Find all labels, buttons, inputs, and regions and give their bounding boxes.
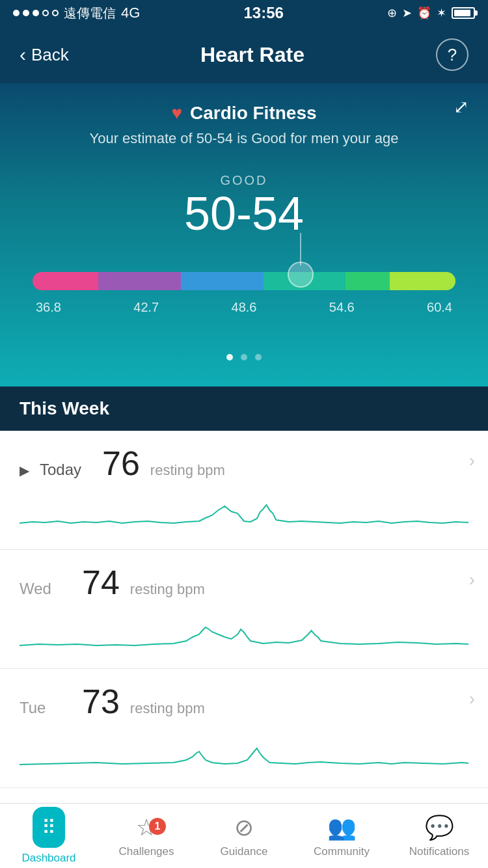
- tab-challenges-label: Challenges: [118, 845, 174, 858]
- page-indicators: [26, 354, 462, 360]
- chevron-right-tue: ›: [469, 688, 475, 709]
- tab-dashboard[interactable]: ⠿ Dashboard: [0, 807, 98, 865]
- gauge-container: 36.8 42.7 48.6 54.6 60.4: [26, 272, 462, 315]
- back-chevron-icon: ‹: [20, 44, 26, 66]
- tab-guidance[interactable]: ⊘ Guidance: [195, 814, 293, 858]
- tab-notifications-label: Notifications: [409, 845, 470, 858]
- carrier-label: 遠傳電信: [64, 5, 116, 22]
- gauge-seg-3: [181, 272, 264, 290]
- dot4: [42, 10, 49, 16]
- day-label-wed: Wed: [20, 580, 72, 598]
- day-header-today: ▶ Today 76 resting bpm: [20, 446, 468, 480]
- community-icon: 👥: [327, 814, 357, 841]
- status-bar: 遠傳電信 4G 13:56 ⊕ ➤ ⏰ ✶: [0, 0, 488, 26]
- chevron-right-today: ›: [469, 450, 475, 471]
- gauge-labels: 36.8 42.7 48.6 54.6 60.4: [33, 300, 455, 315]
- dot2: [23, 10, 29, 16]
- main-content: ▶ Today 76 resting bpm › Wed 74 resting …: [0, 431, 488, 837]
- bpm-tue: 73: [82, 685, 120, 718]
- back-label: Back: [31, 45, 69, 65]
- cardio-fitness-title: Cardio Fitness: [190, 103, 316, 124]
- day-header-wed: Wed 74 resting bpm: [20, 565, 468, 599]
- bpm-unit-tue: resting bpm: [130, 700, 205, 717]
- score-value: 50-54: [26, 188, 462, 239]
- alarm-icon: ⏰: [417, 6, 431, 20]
- location-icon: ➤: [402, 6, 412, 20]
- tab-bar: ⠿ Dashboard 1 ☆ Challenges ⊘ Guidance 👥 …: [0, 803, 488, 868]
- day-row-today[interactable]: ▶ Today 76 resting bpm ›: [0, 431, 488, 550]
- today-arrow: ▶: [20, 463, 29, 478]
- bpm-unit-today: resting bpm: [150, 462, 225, 479]
- day-header-tue: Tue 73 resting bpm: [20, 685, 468, 718]
- help-button[interactable]: ?: [436, 38, 468, 71]
- day-row-wed[interactable]: Wed 74 resting bpm ›: [0, 550, 488, 669]
- chart-today: [20, 491, 468, 543]
- network-label: 4G: [121, 5, 140, 21]
- dashboard-icon: ⠿: [42, 816, 56, 839]
- page-dot-1[interactable]: [226, 354, 233, 360]
- heart-icon: ♥: [171, 103, 182, 124]
- gauge-label-2: 42.7: [133, 300, 159, 315]
- day-label-today: Today: [40, 461, 92, 479]
- gauge-indicator: [300, 233, 301, 265]
- gauge-bar: [33, 272, 455, 290]
- dot1: [13, 10, 20, 16]
- battery-fill: [454, 10, 470, 16]
- score-section: GOOD 50-54: [26, 173, 462, 239]
- cardio-fitness-header: ♥ Cardio Fitness: [26, 103, 462, 124]
- day-row-tue[interactable]: Tue 73 resting bpm ›: [0, 669, 488, 788]
- gauge-label-3: 48.6: [232, 300, 257, 315]
- notifications-icon: 💬: [425, 814, 454, 841]
- gauge-seg-6: [390, 272, 455, 290]
- battery-icon: [452, 7, 475, 19]
- gauge-label-1: 36.8: [36, 300, 61, 315]
- gauge-circle: [288, 262, 314, 288]
- bpm-today: 76: [102, 446, 140, 480]
- time-label: 13:56: [243, 4, 283, 22]
- gauge-seg-1: [33, 272, 98, 290]
- back-button[interactable]: ‹ Back: [20, 44, 69, 66]
- week-title: This Week: [20, 398, 109, 418]
- tab-challenges[interactable]: 1 ☆ Challenges: [98, 814, 195, 858]
- cardio-fitness-subtitle: Your estimate of 50-54 is Good for men y…: [26, 130, 462, 147]
- chart-wed: [20, 610, 468, 662]
- expand-icon[interactable]: ⤢: [454, 96, 468, 118]
- gauge-seg-2: [98, 272, 181, 290]
- page-dot-2[interactable]: [241, 354, 247, 360]
- week-header: This Week: [0, 387, 488, 431]
- gauge-label-5: 60.4: [427, 300, 452, 315]
- status-right: ⊕ ➤ ⏰ ✶: [387, 6, 475, 20]
- guidance-icon: ⊘: [234, 814, 254, 841]
- chart-tue: [20, 729, 468, 781]
- dot5: [52, 10, 59, 16]
- bpm-wed: 74: [82, 565, 120, 599]
- score-label: GOOD: [26, 173, 462, 188]
- tab-guidance-label: Guidance: [221, 845, 268, 858]
- tab-notifications[interactable]: 💬 Notifications: [390, 814, 488, 858]
- page-title: Heart Rate: [200, 43, 305, 67]
- lock-icon: ⊕: [387, 6, 397, 20]
- day-label-tue: Tue: [20, 699, 72, 717]
- status-left: 遠傳電信 4G: [13, 5, 140, 22]
- chevron-right-wed: ›: [469, 569, 475, 590]
- hero-section: ⤢ ♥ Cardio Fitness Your estimate of 50-5…: [0, 83, 488, 387]
- nav-bar: ‹ Back Heart Rate ?: [0, 26, 488, 83]
- gauge-label-4: 54.6: [329, 300, 355, 315]
- bpm-unit-wed: resting bpm: [130, 581, 205, 598]
- dot3: [33, 10, 39, 16]
- help-icon: ?: [448, 45, 457, 65]
- signal-dots: [13, 10, 59, 16]
- tab-community[interactable]: 👥 Community: [293, 814, 390, 858]
- page-dot-3[interactable]: [255, 354, 262, 360]
- gauge-seg-5: [346, 272, 390, 290]
- tab-dashboard-label: Dashboard: [21, 852, 75, 865]
- challenges-badge: 1: [149, 818, 166, 835]
- bluetooth-icon: ✶: [437, 6, 446, 20]
- tab-dashboard-bg: ⠿: [33, 807, 65, 848]
- tab-community-label: Community: [314, 845, 370, 858]
- gauge-line: [300, 233, 301, 265]
